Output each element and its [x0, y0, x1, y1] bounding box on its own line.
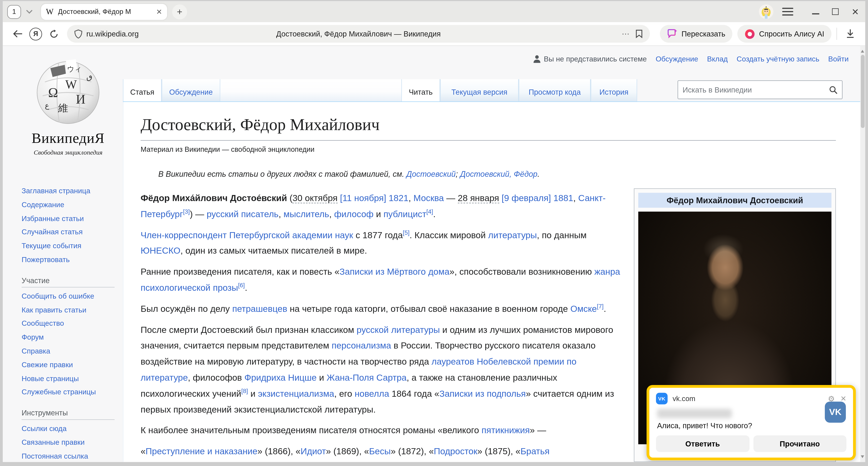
article-link[interactable]: персонализма	[332, 341, 391, 350]
scrollbar-thumb[interactable]	[861, 55, 865, 128]
reload-button[interactable]	[45, 29, 62, 38]
browser-menu-button[interactable]	[782, 8, 793, 16]
sidebar-item-how-to-edit[interactable]: Как править статьи	[22, 303, 121, 317]
yandex-services-button[interactable]: Я	[29, 27, 42, 40]
svg-text:Ω: Ω	[48, 85, 58, 100]
article-link[interactable]: литературы	[488, 230, 537, 240]
sidebar-item-forum[interactable]: Форум	[22, 331, 121, 344]
tab-discussion[interactable]: Обсуждение	[162, 79, 220, 101]
article-link[interactable]: Омске	[570, 303, 597, 314]
article-link[interactable]: [9 февраля]	[502, 193, 551, 203]
reference-link[interactable]: [7]	[597, 303, 603, 310]
scroll-down-arrow-icon[interactable]	[861, 455, 864, 460]
article-link[interactable]: публицист	[383, 209, 426, 219]
scroll-up-arrow-icon[interactable]	[861, 48, 864, 53]
window-restore-button[interactable]	[826, 3, 845, 20]
tab-list-chevron-button[interactable]	[22, 4, 36, 19]
tab-view-source[interactable]: Просмотр кода	[519, 79, 591, 101]
sender-name-blurred	[657, 409, 732, 418]
article-link[interactable]: экзистенциализма	[258, 388, 334, 398]
personal-link-contributions[interactable]: Вклад	[707, 55, 728, 63]
extensions-more-button[interactable]: ⋯	[622, 29, 630, 38]
sidebar-item-donate[interactable]: Пожертвовать	[22, 253, 121, 267]
article-hatnote: В Википедии есть статьи о других людях с…	[158, 168, 836, 180]
window-minimize-button[interactable]	[806, 3, 826, 20]
article-link[interactable]: Подросток	[434, 446, 477, 456]
wiki-personal-bar: Вы не представились системе Обсуждение В…	[533, 55, 849, 63]
article-link[interactable]: Достоевский, Фёдор	[460, 169, 537, 178]
sidebar-item-new-pages[interactable]: Новые страницы	[22, 372, 121, 386]
new-tab-button[interactable]: +	[172, 4, 187, 19]
summarize-button[interactable]: Пересказать	[660, 25, 733, 43]
downloads-button[interactable]	[842, 29, 859, 39]
article-link[interactable]: петрашевцев	[232, 303, 287, 314]
article-link[interactable]: Достоевский	[406, 169, 456, 178]
reference-link[interactable]: [6]	[238, 282, 245, 289]
page-scrollbar[interactable]	[860, 46, 865, 462]
minimize-icon	[812, 13, 819, 14]
sidebar-item-main-page[interactable]: Заглавная страница	[22, 184, 121, 198]
sidebar-item-random[interactable]: Случайная статья	[22, 226, 121, 239]
sidebar-item-community[interactable]: Сообщество	[22, 317, 121, 331]
article-link[interactable]: 1881	[553, 193, 573, 203]
profile-avatar[interactable]	[759, 4, 773, 19]
reference-link[interactable]: [8]	[241, 387, 248, 394]
wiki-search-box[interactable]	[678, 80, 842, 99]
article-link[interactable]: Фридриха Ницше	[244, 372, 317, 382]
browser-tab[interactable]: W Достоевский, Фёдор М ✕	[41, 4, 167, 20]
article-link[interactable]: Преступление и наказание	[146, 446, 257, 456]
article-link[interactable]: Братья	[520, 446, 550, 456]
article-link[interactable]: Идиот	[301, 446, 326, 456]
article-link[interactable]: русской литературы	[356, 324, 440, 334]
personal-link-create-account[interactable]: Создать учётную запись	[737, 55, 819, 63]
article-link[interactable]: 1821	[389, 193, 408, 203]
article-link[interactable]: философ	[334, 209, 374, 219]
tab-current-version[interactable]: Текущая версия	[440, 79, 519, 101]
wikipedia-logo[interactable]: W Ω И 維 ウィ ٯ ع ВикипедиЯ Свободная энцик…	[18, 57, 118, 157]
sidebar-item-contents[interactable]: Содержание	[22, 198, 121, 212]
article-link[interactable]: новелла	[354, 388, 389, 398]
article-link[interactable]: Записки из подполья	[439, 388, 526, 398]
tab-read[interactable]: Читать	[401, 79, 440, 102]
article-link[interactable]: пятикнижия	[482, 425, 530, 435]
vk-notification-popup[interactable]: VK vk.com ⚙ ✕ Алиса, привет! Что нового?…	[647, 385, 856, 460]
article-link[interactable]: Записки из Мёртвого дома	[339, 267, 450, 276]
reference-link[interactable]: [3]	[183, 208, 190, 215]
personal-link-login[interactable]: Войти	[828, 55, 849, 63]
tab-counter-button[interactable]: 1	[7, 5, 21, 19]
article-link[interactable]: Бесы	[369, 446, 391, 456]
tab-close-icon[interactable]: ✕	[156, 7, 162, 16]
wiki-search-input[interactable]	[678, 86, 829, 94]
sidebar-item-what-links-here[interactable]: Ссылки сюда	[22, 422, 121, 436]
article-link[interactable]: ЮНЕСКО	[141, 245, 181, 256]
article-link[interactable]: Член-корреспондент Петербургской академи…	[141, 230, 353, 240]
vk-logo: VK	[825, 402, 846, 423]
bookmark-icon[interactable]	[636, 29, 643, 38]
article-link[interactable]: Жана-Поля Сартра	[327, 372, 407, 382]
sidebar-item-help[interactable]: Справка	[22, 345, 121, 358]
sidebar-item-permanent-link[interactable]: Постоянная ссылка	[22, 450, 121, 462]
article-link[interactable]: мыслитель	[284, 209, 329, 219]
ask-alice-button[interactable]: Спросить Алису AI	[738, 25, 832, 43]
back-button[interactable]	[9, 30, 26, 38]
vk-reply-button[interactable]: Ответить	[656, 435, 749, 452]
sidebar-item-featured[interactable]: Избранные статьи	[22, 212, 121, 226]
reference-link[interactable]: [5]	[403, 229, 409, 236]
window-close-button[interactable]: ✕	[845, 3, 865, 20]
article-link[interactable]: русский писатель	[207, 209, 279, 219]
sidebar-item-recent-changes[interactable]: Свежие правки	[22, 358, 121, 372]
sidebar-item-current-events[interactable]: Текущие события	[22, 239, 121, 253]
sidebar-item-special-pages[interactable]: Служебные страницы	[22, 386, 121, 399]
reference-link[interactable]: [4]	[426, 208, 433, 215]
search-icon[interactable]	[829, 86, 837, 94]
sidebar-item-report-error[interactable]: Сообщить об ошибке	[22, 290, 121, 303]
article-link[interactable]: [11 ноября]	[340, 193, 386, 203]
personal-link-talk[interactable]: Обсуждение	[656, 55, 698, 63]
tab-history[interactable]: История	[591, 79, 637, 101]
article-link[interactable]: Москва	[413, 193, 444, 203]
tab-article[interactable]: Статья	[123, 79, 162, 102]
tabstrip-filler	[220, 79, 401, 101]
vk-mark-read-button[interactable]: Прочитано	[753, 435, 846, 452]
address-bar[interactable]: ru.wikipedia.org Достоевский, Фёдор Миха…	[67, 25, 650, 43]
sidebar-item-related-changes[interactable]: Связанные правки	[22, 436, 121, 450]
